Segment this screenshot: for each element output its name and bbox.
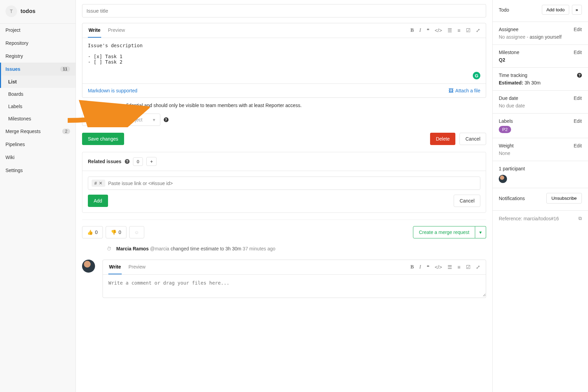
reference-text: Reference: marcia/todos#16 (499, 216, 559, 221)
sidebar-item-registry[interactable]: Registry (0, 50, 76, 63)
description-editor: Write Preview B I ❝ </> ☰ ≡ ☑ ⤢ Issue's … (82, 23, 486, 98)
task-list-icon[interactable]: ☑ (466, 264, 470, 270)
unsubscribe-button[interactable]: Unsubscribe (546, 193, 582, 204)
add-related-button[interactable]: Add (88, 195, 108, 207)
weight-label: Weight (499, 143, 513, 148)
weight-edit[interactable]: Edit (574, 143, 582, 148)
code-icon[interactable]: </> (435, 27, 442, 34)
cancel-related-button[interactable]: Cancel (454, 195, 480, 207)
sidebar-item-issues[interactable]: Issues11 (0, 63, 76, 76)
italic-icon[interactable]: I (419, 264, 421, 270)
sidebar-subitem-labels[interactable]: Labels (0, 100, 76, 113)
description-textarea[interactable]: Issue's description - [x] Task 1 - [ ] T… (82, 38, 486, 82)
sidebar-item-label: Merge Requests (5, 129, 41, 134)
thumbs-down-button[interactable]: 👎0 (106, 226, 126, 238)
bold-icon[interactable]: B (411, 27, 414, 34)
confidential-text: This issue is confidential and should on… (91, 103, 302, 108)
sidebar-item-label: Registry (5, 53, 23, 59)
sidebar-item-repository[interactable]: Repository (0, 37, 76, 50)
copy-reference-icon[interactable]: ⧉ (578, 215, 582, 221)
comment-textarea[interactable] (103, 275, 486, 297)
sidebar-badge: 11 (60, 66, 70, 72)
list-ul-icon[interactable]: ☰ (447, 27, 452, 34)
activity-author[interactable]: Marcia Ramos (116, 246, 149, 251)
confidential-control: ✓ This issue is confidential and should … (82, 103, 486, 108)
sidebar-item-wiki[interactable]: Wiki (0, 151, 76, 164)
participants-label: 1 participant (499, 166, 582, 171)
cancel-edit-button[interactable]: Cancel (459, 133, 486, 145)
related-issues-count: 0 (133, 157, 143, 166)
due-date-label: Due date (499, 95, 518, 101)
italic-icon[interactable]: I (419, 27, 421, 34)
quote-icon[interactable]: ❝ (427, 264, 429, 270)
attach-file-link[interactable]: 🖼 Attach a file (449, 88, 480, 93)
issue-sidebar: Todo Add todo » Assignee Edit No assigne… (492, 0, 588, 392)
create-merge-request-button[interactable]: Create a merge request (413, 226, 475, 238)
fullscreen-icon[interactable]: ⤢ (476, 27, 480, 34)
related-issue-input-wrap[interactable]: # ✕ (88, 177, 480, 190)
sidebar-item-label: Project (5, 27, 21, 33)
milestone-edit[interactable]: Edit (574, 50, 582, 55)
sidebar-badge: 2 (62, 129, 70, 134)
confidential-checkbox[interactable]: ✓ (82, 103, 88, 108)
chip-remove-icon[interactable]: ✕ (99, 181, 103, 186)
assign-yourself-link[interactable]: assign yourself (530, 34, 561, 40)
list-ul-icon[interactable]: ☰ (447, 264, 452, 270)
participant-avatar[interactable] (499, 175, 507, 183)
list-ol-icon[interactable]: ≡ (457, 264, 460, 270)
due-date-edit[interactable]: Edit (574, 95, 582, 101)
quote-icon[interactable]: ❝ (427, 27, 429, 34)
tab-preview[interactable]: Preview (107, 23, 126, 38)
grammarly-icon[interactable]: G (473, 72, 480, 79)
delete-button[interactable]: Delete (430, 133, 455, 145)
comment-editor: Write Preview B I ❝ </> ☰ ≡ ☑ ⤢ (103, 260, 486, 298)
comment-tab-preview[interactable]: Preview (128, 260, 146, 274)
sidebar-item-project[interactable]: Project (0, 24, 76, 37)
list-ol-icon[interactable]: ≡ (457, 27, 460, 34)
estimated-label: Estimated: (499, 80, 523, 86)
assignee-edit[interactable]: Edit (574, 27, 582, 32)
issue-chip: # ✕ (92, 180, 105, 187)
fullscreen-icon[interactable]: ⤢ (476, 264, 480, 270)
sidebar-item-label: Pipelines (5, 142, 25, 147)
sidebar-item-pipelines[interactable]: Pipelines (0, 138, 76, 151)
labels-edit[interactable]: Edit (574, 118, 582, 124)
add-todo-button[interactable]: Add todo (542, 5, 569, 15)
bold-icon[interactable]: B (411, 264, 414, 270)
activity-time: 37 minutes ago (243, 246, 276, 251)
user-avatar (82, 260, 95, 273)
issue-title-input[interactable] (82, 4, 486, 17)
code-icon[interactable]: </> (435, 264, 442, 270)
sidebar-subitem-milestones[interactable]: Milestones (0, 113, 76, 125)
stopwatch-icon: ⏱ (107, 246, 111, 251)
sidebar-item-label: Issues (5, 66, 21, 72)
tab-write[interactable]: Write (88, 23, 101, 38)
help-icon[interactable]: ? (125, 159, 130, 164)
sidebar-subitem-list[interactable]: List (0, 76, 76, 88)
image-icon: 🖼 (449, 88, 453, 93)
related-issue-input[interactable] (108, 181, 477, 186)
help-icon[interactable]: ? (164, 117, 169, 122)
thumbs-up-button[interactable]: 👍0 (82, 226, 103, 238)
todo-label: Todo (499, 7, 509, 13)
add-reaction-button[interactable]: ☺ (129, 226, 144, 238)
related-issues-panel: Related issues ? 0 + # ✕ Add Cancel (82, 152, 486, 213)
activity-handle: @marcia (150, 246, 171, 251)
merge-request-dropdown[interactable]: ▾ (475, 226, 486, 238)
add-related-issue-button[interactable]: + (146, 157, 157, 166)
label-p2[interactable]: P2 (499, 126, 511, 133)
sidebar-item-settings[interactable]: Settings (0, 164, 76, 177)
main-content: Write Preview B I ❝ </> ☰ ≡ ☑ ⤢ Issue's … (76, 0, 492, 392)
comment-tab-write[interactable]: Write (108, 260, 122, 274)
task-list-icon[interactable]: ☑ (466, 27, 470, 34)
save-changes-button[interactable]: Save changes (82, 133, 124, 145)
markdown-help-link[interactable]: Markdown is supported (88, 88, 137, 93)
chevron-down-icon: ▾ (153, 117, 155, 122)
sidebar-item-merge-requests[interactable]: Merge Requests2 (0, 125, 76, 138)
estimated-value: 3h 30m (524, 80, 540, 86)
collapse-sidebar-button[interactable]: » (572, 5, 582, 15)
move-project-select[interactable]: Move to a different project ▾ (82, 114, 160, 126)
help-icon[interactable]: ? (577, 73, 582, 78)
sidebar-subitem-boards[interactable]: Boards (0, 88, 76, 100)
editor-toolbar: B I ❝ </> ☰ ≡ ☑ ⤢ (411, 27, 480, 34)
